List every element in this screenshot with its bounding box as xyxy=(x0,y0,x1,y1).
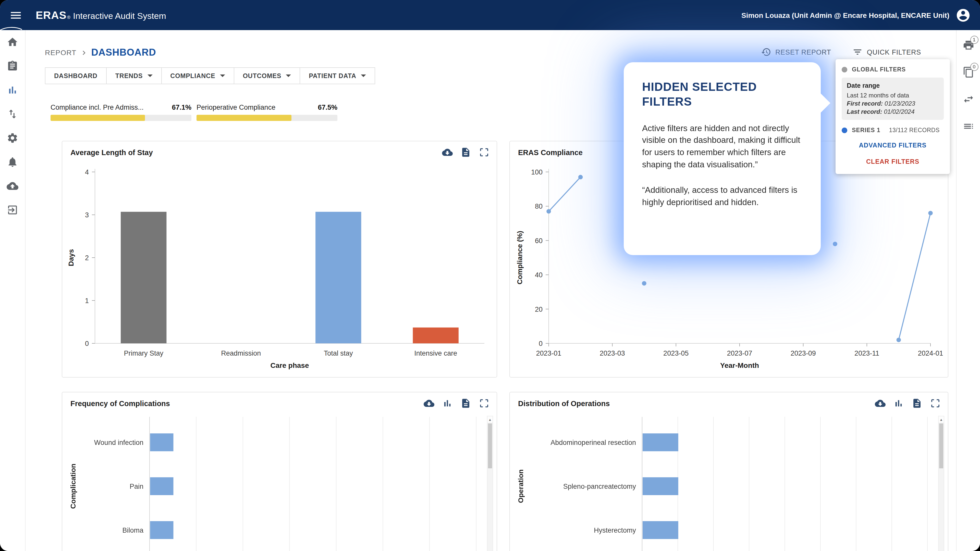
date-range-box: Date range Last 12 months of data First … xyxy=(842,78,944,120)
menu-icon[interactable] xyxy=(9,8,22,22)
svg-text:Wound infection: Wound infection xyxy=(94,439,143,446)
chevron-down-icon xyxy=(147,75,152,77)
svg-text:100: 100 xyxy=(531,168,542,176)
tab-compliance[interactable]: COMPLIANCE xyxy=(161,67,234,84)
tab-label: COMPLIANCE xyxy=(170,72,215,79)
global-filters-dot-icon xyxy=(842,67,847,72)
svg-text:Biloma: Biloma xyxy=(122,527,144,534)
home-icon xyxy=(6,36,18,48)
chevron-down-icon xyxy=(361,75,366,77)
svg-text:Primary Stay: Primary Stay xyxy=(124,349,163,357)
bell-icon xyxy=(6,156,18,168)
kpi-progress-fill xyxy=(197,115,292,121)
fullscreen-icon[interactable] xyxy=(479,398,490,409)
top-bar: ERAS ® Interactive Audit System Simon Lo… xyxy=(0,0,980,30)
bar-chart-icon[interactable] xyxy=(893,398,904,409)
reset-report-button[interactable]: RESET REPORT xyxy=(761,47,831,57)
swap-horizontal-icon xyxy=(963,94,974,105)
svg-text:Intensive care: Intensive care xyxy=(414,349,457,357)
svg-text:Operation: Operation xyxy=(517,469,525,503)
report-tabs: DASHBOARD TRENDS COMPLIANCE OUTCOMES PAT… xyxy=(45,67,375,84)
right-sidebar: 1 0 xyxy=(956,30,980,551)
svg-text:3: 3 xyxy=(85,211,89,219)
kpi-row: Compliance incl. Pre Admiss... 67.1% Per… xyxy=(51,103,337,121)
advanced-filters-link[interactable]: ADVANCED FILTERS xyxy=(842,141,944,150)
svg-text:40: 40 xyxy=(535,271,542,279)
svg-text:4: 4 xyxy=(85,168,89,176)
chart-title: Frequency of Complications xyxy=(70,399,424,407)
last-record-label: Last record: xyxy=(847,108,882,116)
sidebar-settings-button[interactable] xyxy=(6,132,18,144)
user-label: Simon Louaza (Unit Admin @ Encare Hospit… xyxy=(741,11,950,19)
sidebar-upload-button[interactable] xyxy=(6,180,18,192)
copy-queue-button[interactable]: 0 xyxy=(963,66,974,78)
scroll-thumb[interactable] xyxy=(939,424,943,468)
list-panel-button[interactable] xyxy=(963,121,974,132)
kpi-label: Compliance incl. Pre Admiss... xyxy=(51,103,144,111)
svg-text:0: 0 xyxy=(85,340,89,348)
file-export-icon[interactable] xyxy=(460,398,471,409)
tab-trends[interactable]: TRENDS xyxy=(106,67,162,84)
print-queue-button[interactable]: 1 xyxy=(963,39,974,51)
gear-icon xyxy=(6,132,18,144)
chart-scrollbar[interactable]: ▲ xyxy=(938,416,944,551)
svg-text:Hysterectomy: Hysterectomy xyxy=(594,527,636,534)
sidebar-reports-button[interactable] xyxy=(6,84,18,96)
tab-outcomes[interactable]: OUTCOMES xyxy=(234,67,300,84)
chart-scrollbar[interactable]: ▲ xyxy=(487,416,493,551)
kpi-compliance-incl-pre-admission: Compliance incl. Pre Admiss... 67.1% xyxy=(51,103,191,121)
kpi-label: Perioperative Compliance xyxy=(197,103,275,111)
copy-queue-badge: 0 xyxy=(970,63,978,71)
svg-text:0: 0 xyxy=(539,340,542,348)
cloud-download-icon[interactable] xyxy=(875,398,886,409)
file-export-icon[interactable] xyxy=(912,398,922,409)
svg-text:2023-11: 2023-11 xyxy=(854,349,879,357)
fullscreen-icon[interactable] xyxy=(479,147,490,158)
cloud-download-icon[interactable] xyxy=(424,398,434,409)
kpi-progress-fill xyxy=(51,115,145,121)
kpi-value: 67.5% xyxy=(318,103,337,111)
fullscreen-icon[interactable] xyxy=(930,398,941,409)
cloud-upload-icon xyxy=(6,180,18,192)
filter-icon xyxy=(853,47,863,57)
sidebar-audits-button[interactable] xyxy=(6,60,18,72)
scroll-up-icon[interactable]: ▲ xyxy=(939,416,944,422)
tab-label: PATIENT DATA xyxy=(309,72,356,79)
scroll-up-icon[interactable]: ▲ xyxy=(487,416,493,422)
file-export-icon[interactable] xyxy=(460,147,471,158)
quick-filters-panel: GLOBAL FILTERS Date range Last 12 months… xyxy=(835,59,950,174)
logo-eras-text: ERAS xyxy=(36,9,67,21)
svg-text:2023-05: 2023-05 xyxy=(663,349,689,357)
swap-panel-button[interactable] xyxy=(963,94,974,105)
clear-filters-link[interactable]: CLEAR FILTERS xyxy=(842,158,944,166)
scroll-thumb[interactable] xyxy=(488,424,492,468)
distribution-of-operations-chart: Abdominoperineal resectionSpleno-pancrea… xyxy=(513,414,945,551)
svg-text:2023-01: 2023-01 xyxy=(536,349,561,357)
last-record-value: 01/02/2024 xyxy=(884,108,915,116)
report-toolbar: RESET REPORT QUICK FILTERS xyxy=(761,47,921,57)
breadcrumb-report-link[interactable]: REPORT xyxy=(45,48,76,57)
tab-dashboard[interactable]: DASHBOARD xyxy=(45,67,107,84)
date-range-title: Date range xyxy=(847,82,939,90)
series-1-row[interactable]: SERIES 1 13/112 RECORDS xyxy=(842,127,944,133)
kpi-progress-track xyxy=(197,115,337,121)
bar-chart-icon xyxy=(6,84,18,96)
reset-report-label: RESET REPORT xyxy=(775,48,831,56)
svg-text:2: 2 xyxy=(85,254,89,262)
card-distribution-of-operations: Distribution of Operations Abdominoperin… xyxy=(509,392,948,551)
svg-text:2024-01: 2024-01 xyxy=(918,349,943,357)
quick-filters-label: QUICK FILTERS xyxy=(867,48,921,56)
bar-chart-icon[interactable] xyxy=(442,398,453,409)
svg-text:2023-07: 2023-07 xyxy=(727,349,752,357)
tab-patient-data[interactable]: PATIENT DATA xyxy=(300,67,375,84)
quick-filters-button[interactable]: QUICK FILTERS xyxy=(853,47,921,57)
sidebar-logout-button[interactable] xyxy=(6,204,18,216)
chevron-down-icon xyxy=(286,75,291,77)
last-record-line: Last record: 01/02/2024 xyxy=(847,108,939,116)
sidebar-home-button[interactable] xyxy=(6,36,18,48)
callout-paragraph-1: Active filters are hidden and not direct… xyxy=(642,122,802,171)
cloud-download-icon[interactable] xyxy=(442,147,453,158)
sidebar-sort-button[interactable] xyxy=(6,108,18,120)
account-icon[interactable] xyxy=(956,7,971,23)
sidebar-notifications-button[interactable] xyxy=(6,156,18,168)
